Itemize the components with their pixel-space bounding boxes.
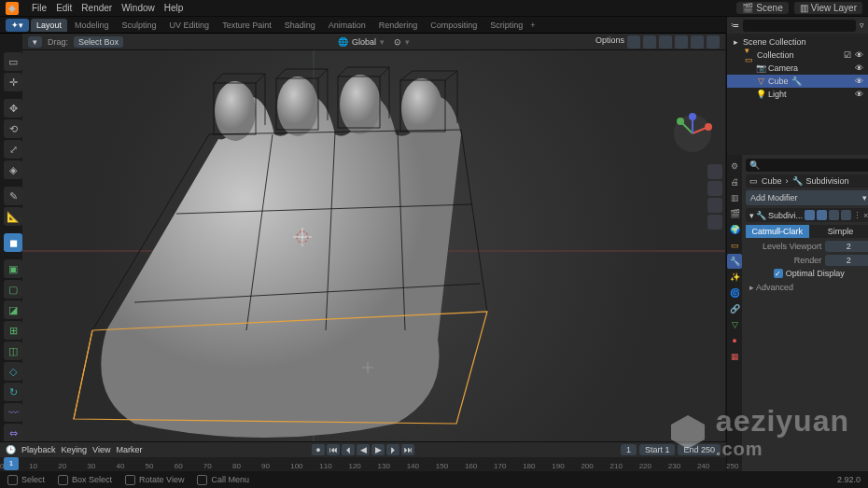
- world-tab-icon[interactable]: 🌍: [727, 222, 742, 237]
- workspace-tab[interactable]: Scripting: [484, 19, 528, 32]
- eye-icon[interactable]: 👁: [855, 90, 864, 99]
- orientation-icon[interactable]: 🌐: [338, 37, 348, 47]
- scene-selector[interactable]: 🎬 Scene: [736, 2, 788, 14]
- camera-view-icon[interactable]: [707, 198, 722, 213]
- overlay-toggle-icon[interactable]: [627, 35, 640, 49]
- material-tab-icon[interactable]: ●: [727, 333, 742, 348]
- properties-search[interactable]: 🔍: [746, 159, 868, 172]
- workspace-tab[interactable]: Layout: [31, 19, 67, 32]
- start-frame-input[interactable]: Start 1: [639, 444, 676, 455]
- optimal-display-checkbox[interactable]: ✓: [774, 269, 783, 278]
- playback-menu[interactable]: Playback: [21, 445, 56, 454]
- editor-type-dropdown[interactable]: ✦▾: [6, 19, 29, 32]
- next-key-icon[interactable]: ⏵: [386, 444, 399, 455]
- orientation-dropdown[interactable]: Global: [352, 37, 376, 47]
- workspace-tab[interactable]: Animation: [323, 19, 371, 32]
- options-dropdown[interactable]: Options: [595, 35, 624, 49]
- pan-icon[interactable]: [707, 181, 722, 196]
- cursor-tool-icon[interactable]: ✛: [4, 73, 22, 91]
- workspace-tab[interactable]: Compositing: [425, 19, 483, 32]
- eye-icon[interactable]: 👁: [855, 63, 864, 73]
- move-tool-icon[interactable]: ✥: [4, 99, 22, 118]
- snap-icon[interactable]: ⊙: [394, 37, 401, 47]
- loopcut-tool-icon[interactable]: ⊞: [4, 321, 22, 340]
- polybuild-tool-icon[interactable]: ◇: [4, 362, 22, 381]
- workspace-tab[interactable]: Modeling: [69, 19, 115, 32]
- viewlayer-selector[interactable]: ▥ View Layer: [794, 2, 862, 14]
- scene-tab-icon[interactable]: 🎬: [727, 206, 742, 221]
- shading-solid-icon[interactable]: [675, 35, 688, 49]
- workspace-tab[interactable]: UV Editing: [164, 19, 216, 32]
- mod-close-icon[interactable]: ×: [863, 211, 868, 220]
- menu-edit[interactable]: Edit: [56, 3, 72, 13]
- inset-tool-icon[interactable]: ▢: [4, 280, 22, 299]
- add-modifier-button[interactable]: Add Modifier▾: [746, 190, 868, 205]
- autokey-icon[interactable]: ●: [312, 444, 325, 455]
- viewport-levels-input[interactable]: 2: [825, 241, 868, 252]
- play-reverse-icon[interactable]: ◀: [357, 444, 370, 455]
- add-workspace-icon[interactable]: +: [530, 21, 535, 30]
- outliner-search-input[interactable]: [743, 20, 856, 32]
- zoom-icon[interactable]: [707, 164, 722, 179]
- eye-icon[interactable]: 👁: [855, 77, 864, 86]
- texture-tab-icon[interactable]: ▦: [727, 349, 742, 364]
- edgeslide-tool-icon[interactable]: ⇔: [4, 424, 22, 442]
- mod-realtime-toggle-icon[interactable]: [817, 210, 827, 220]
- outliner-row[interactable]: ▾ ▭ Collection ☑👁: [727, 49, 868, 62]
- spin-tool-icon[interactable]: ↻: [4, 383, 22, 401]
- keying-menu[interactable]: Keying: [62, 445, 88, 454]
- 3d-viewport[interactable]: [22, 50, 725, 446]
- mod-menu-icon[interactable]: ⋮: [853, 211, 861, 220]
- menu-help[interactable]: Help: [164, 3, 184, 13]
- physics-tab-icon[interactable]: 🌀: [727, 286, 742, 300]
- workspace-tab[interactable]: Shading: [279, 19, 321, 32]
- constraint-tab-icon[interactable]: 🔗: [727, 301, 742, 316]
- modifier-header[interactable]: ▾ 🔧 Subdivi... ⋮ ×: [746, 208, 868, 222]
- current-frame-input[interactable]: 1: [621, 444, 637, 455]
- checkbox-icon[interactable]: ☑: [844, 50, 853, 60]
- render-levels-input[interactable]: 2: [825, 255, 868, 266]
- play-icon[interactable]: ▶: [371, 444, 385, 455]
- modifier-tab-icon[interactable]: 🔧: [727, 254, 742, 269]
- smooth-tool-icon[interactable]: 〰: [4, 403, 22, 422]
- object-tab-icon[interactable]: ▭: [727, 238, 742, 253]
- xray-toggle-icon[interactable]: [643, 35, 656, 49]
- measure-tool-icon[interactable]: 📐: [4, 207, 22, 226]
- cursor-tool-icon[interactable]: ▭: [4, 52, 22, 71]
- timeline-ruler[interactable]: 1 01020304050607080901001101201301401501…: [0, 457, 726, 472]
- select-mode-dropdown[interactable]: Select Box: [74, 36, 123, 48]
- knife-tool-icon[interactable]: ◫: [4, 342, 22, 360]
- workspace-tab[interactable]: Sculpting: [117, 19, 162, 32]
- prev-key-icon[interactable]: ⏴: [342, 444, 355, 455]
- outliner-row[interactable]: ▽ Cube 🔧 👁: [727, 75, 868, 88]
- workspace-tab[interactable]: Texture Paint: [217, 19, 277, 32]
- jump-start-icon[interactable]: ⏮: [327, 444, 340, 455]
- annotate-tool-icon[interactable]: ✎: [4, 187, 22, 205]
- outliner-type-icon[interactable]: ≔: [731, 21, 739, 30]
- simple-tab[interactable]: Simple: [809, 225, 868, 238]
- menu-render[interactable]: Render: [81, 3, 112, 13]
- rotate-tool-icon[interactable]: ⟲: [4, 119, 22, 138]
- eye-icon[interactable]: 👁: [855, 50, 864, 60]
- mode-dropdown[interactable]: ▾: [28, 36, 42, 48]
- render-tab-icon[interactable]: ⚙: [727, 159, 742, 174]
- outliner-row[interactable]: 💡 Light 👁: [727, 88, 868, 101]
- output-tab-icon[interactable]: 🖨: [727, 174, 742, 189]
- marker-menu[interactable]: Marker: [116, 445, 142, 454]
- shading-rendered-icon[interactable]: [707, 35, 720, 49]
- scale-tool-icon[interactable]: ⤢: [4, 140, 22, 159]
- jump-end-icon[interactable]: ⏭: [401, 444, 414, 455]
- mod-editmode-toggle-icon[interactable]: [805, 210, 815, 220]
- shading-material-icon[interactable]: [691, 35, 704, 49]
- perspective-toggle-icon[interactable]: [707, 215, 722, 230]
- catmull-tab[interactable]: Catmull-Clark: [746, 225, 809, 238]
- end-frame-input[interactable]: End 250: [678, 444, 721, 455]
- filter-icon[interactable]: ▿: [860, 21, 864, 30]
- menu-file[interactable]: File: [32, 3, 47, 13]
- bevel-tool-icon[interactable]: ◪: [4, 300, 22, 319]
- mod-cage-toggle-icon[interactable]: [841, 210, 851, 220]
- mod-render-toggle-icon[interactable]: [829, 210, 839, 220]
- timeline-type-icon[interactable]: 🕒: [6, 445, 16, 454]
- shading-wireframe-icon[interactable]: [659, 35, 672, 49]
- advanced-section[interactable]: ▸ Advanced: [746, 281, 868, 294]
